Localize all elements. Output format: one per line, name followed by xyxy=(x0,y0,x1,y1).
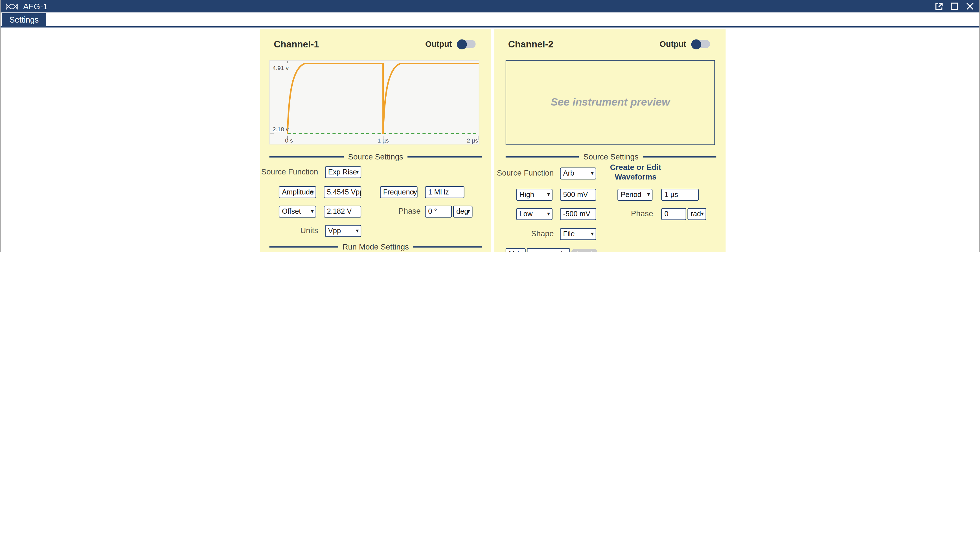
close-icon[interactable] xyxy=(965,2,974,11)
window-title: AFG-1 xyxy=(23,2,48,11)
channel2-low-param-select[interactable]: Low xyxy=(516,208,552,220)
channel2-source-settings-header: Source Settings xyxy=(506,152,716,162)
channel2-phase-label: Phase xyxy=(576,209,653,219)
tab-bar: Settings xyxy=(0,12,980,27)
channel2-source-function-label: Source Function xyxy=(494,168,554,178)
channel2-title: Channel-2 xyxy=(508,39,554,49)
channel2-period-param-select[interactable]: Period xyxy=(618,189,652,200)
channel1-frequency-param-select[interactable]: Frequency xyxy=(380,186,418,198)
channel2-phase-units-select[interactable]: rad xyxy=(687,208,706,220)
shape-label: Shape xyxy=(494,229,554,239)
channel2-waveform-file-input[interactable] xyxy=(527,248,570,252)
channel1-amplitude-input[interactable]: 5.4545 Vpp xyxy=(324,186,361,198)
tab-settings[interactable]: Settings xyxy=(2,13,46,26)
y-max-tick-label: 4.91 v xyxy=(272,65,289,71)
channel2-period-input[interactable]: 1 µs xyxy=(661,189,699,200)
afg-window: AFG-1 Settings Channel-1 Output xyxy=(0,0,980,252)
units-label: Units xyxy=(260,226,318,236)
channel2-drive-select[interactable]: M:/ xyxy=(506,248,526,252)
title-bar: AFG-1 xyxy=(0,0,980,12)
channel1-phase-label: Phase xyxy=(354,206,421,216)
channel2-waveform-preview-placeholder: See instrument preview xyxy=(506,60,715,145)
channel1-frequency-input[interactable]: 1 MHz xyxy=(425,186,464,198)
create-or-edit-waveforms-link[interactable]: Create or Edit Waveforms xyxy=(594,163,677,182)
channel2-shape-select[interactable]: File xyxy=(560,228,596,240)
exp-rise-trace xyxy=(288,64,479,134)
open-new-window-icon[interactable] xyxy=(935,2,943,10)
channel1-phase-input[interactable]: 0 ° xyxy=(425,205,452,217)
channel2-panel: Channel-2 Output See instrument preview … xyxy=(494,30,726,252)
channel2-source-function-select[interactable]: Arb xyxy=(560,167,596,179)
channel1-amplitude-param-select[interactable]: Amplitude xyxy=(279,186,316,198)
y-min-tick-label: 2.18 v xyxy=(272,126,289,132)
channel1-units-select[interactable]: Vpp xyxy=(325,225,361,236)
channel1-offset-param-select[interactable]: Offset xyxy=(279,205,316,217)
maximize-icon[interactable] xyxy=(951,3,958,10)
channel2-load-file-button[interactable]: Load xyxy=(571,248,597,252)
channel1-source-function-select[interactable]: Exp Rise xyxy=(325,166,361,178)
channel1-panel: Channel-1 Output 4.91 v 2.18 v 0 s 1 µs … xyxy=(260,30,491,252)
channel2-phase-input[interactable]: 0 xyxy=(661,208,686,220)
channel1-title: Channel-1 xyxy=(274,39,319,49)
source-function-label: Source Function xyxy=(260,167,318,177)
x-tick-2: 2 µs xyxy=(467,137,478,144)
preview-placeholder-text: See instrument preview xyxy=(551,96,670,109)
app-logo-icon xyxy=(5,2,19,11)
channel1-run-mode-settings-header: Run Mode Settings xyxy=(269,242,482,252)
x-tick-1: 1 µs xyxy=(377,137,389,144)
channel1-source-settings-header: Source Settings xyxy=(269,152,482,162)
exp-rise-waveform-plot: 4.91 v 2.18 v 0 s 1 µs 2 µs xyxy=(270,61,479,144)
channel2-high-input[interactable]: 500 mV xyxy=(560,189,596,200)
channel2-high-param-select[interactable]: High xyxy=(516,189,552,200)
channel2-output-label: Output xyxy=(660,39,686,49)
channel1-output-toggle[interactable] xyxy=(457,40,475,48)
channel2-output-toggle[interactable] xyxy=(692,40,710,48)
channel1-phase-units-select[interactable]: deg xyxy=(453,205,473,217)
channel1-waveform-preview-chart: 4.91 v 2.18 v 0 s 1 µs 2 µs xyxy=(269,60,479,144)
channel1-output-label: Output xyxy=(425,39,452,49)
x-tick-0: 0 s xyxy=(285,137,293,144)
